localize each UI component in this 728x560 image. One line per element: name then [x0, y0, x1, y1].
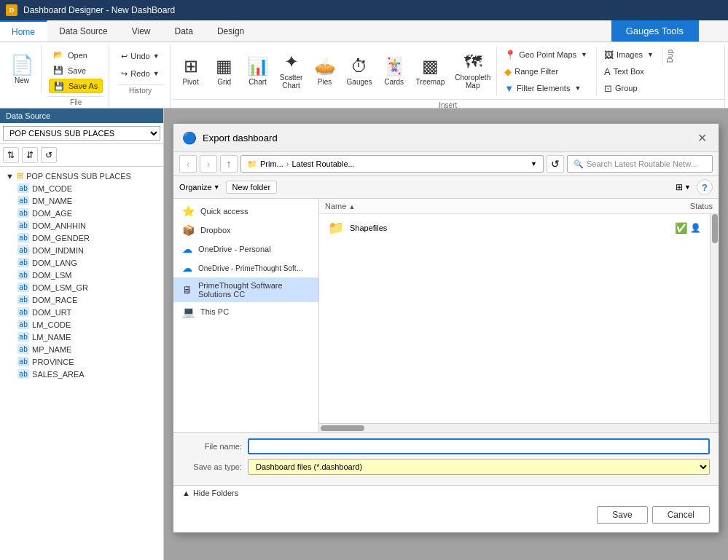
field-lm-name[interactable]: ab LM_NAME — [3, 331, 160, 343]
organize-button[interactable]: Organize ▼ — [179, 183, 220, 192]
tab-data[interactable]: Data — [163, 20, 206, 42]
search-box[interactable]: 🔍 Search Latest Routable Netw... — [567, 155, 713, 173]
sort-az-button[interactable]: ⇅ — [3, 147, 19, 163]
nav-forward-button[interactable]: › — [200, 155, 217, 173]
nav-quick-access[interactable]: ⭐ Quick access — [173, 202, 318, 221]
nav-dropbox[interactable]: 📦 Dropbox — [173, 221, 318, 240]
nav-back-button[interactable]: ‹ — [179, 155, 197, 173]
file-scrollbar-x[interactable] — [319, 423, 719, 432]
col-name-header[interactable]: Name ▲ — [325, 202, 654, 210]
refresh-panel-button[interactable]: ↺ — [41, 147, 57, 163]
field-dom-lsm-gr[interactable]: ab DOM_LSM_GR — [3, 281, 160, 293]
open-button[interactable]: 📂 Open — [49, 48, 103, 62]
field-dom-lang[interactable]: ab DOM_LANG — [3, 256, 160, 269]
field-name: DM_CODE — [32, 184, 72, 193]
path-chevron1: › — [286, 159, 289, 168]
new-folder-button[interactable]: New folder — [226, 181, 278, 194]
dialog-close-button[interactable]: ✕ — [694, 130, 710, 146]
field-dom-urt[interactable]: ab DOM_URT — [3, 306, 160, 318]
tab-view[interactable]: View — [120, 20, 163, 42]
open-icon: 📂 — [53, 50, 63, 60]
field-dom-gender[interactable]: ab DOM_GENDER — [3, 232, 160, 244]
tab-datasource[interactable]: Data Source — [47, 20, 120, 42]
tab-design[interactable]: Design — [206, 20, 257, 42]
field-dm-name[interactable]: ab DM_NAME — [3, 194, 160, 207]
window-title: Dashboard Designer - New DashBoard — [23, 5, 722, 15]
hide-folders-bar[interactable]: ▲ Hide Folders — [173, 485, 719, 500]
field-province[interactable]: ab PROVINCE — [3, 355, 160, 368]
nav-onedrive-prime[interactable]: ☁ OneDrive - PrimeThought Software Solut… — [173, 259, 318, 277]
tree-root-item[interactable]: ▼ ⊞ POP CENSUS SUB PLACES — [3, 170, 160, 182]
path-bar[interactable]: 📁 Prim... › Latest Routable... ▼ — [240, 155, 544, 173]
cancel-dialog-button[interactable]: Cancel — [652, 506, 710, 524]
main-content: Data Source POP CENSUS SUB PLACES ⇅ ⇵ ↺ … — [0, 109, 728, 560]
insert-group: ⊞ Pivot ▦ Grid 📊 Chart ✦ ScatterChart — [172, 45, 725, 108]
field-sales-area[interactable]: ab SALES_AREA — [3, 368, 160, 380]
scatter-icon: ✦ — [284, 52, 299, 72]
scatter-button[interactable]: ✦ ScatterChart — [275, 47, 308, 95]
save-dialog-button[interactable]: Save — [597, 506, 647, 524]
field-dom-anhhin[interactable]: ab DOM_ANHHIN — [3, 219, 160, 232]
gauges-button[interactable]: ⏱ Gauges — [343, 47, 377, 95]
onedrive-prime-icon: ☁ — [182, 262, 192, 274]
cards-button[interactable]: 🃏 Cards — [378, 47, 410, 95]
insert-right-items: 📍 Geo Point Maps ▼ ◆ Range Filter ▼ Filt… — [496, 47, 595, 96]
grid-button[interactable]: ▦ Grid — [208, 47, 240, 95]
dialog-toolbar: ‹ › ↑ 📁 Prim... › Latest Routable... ▼ ↺… — [173, 152, 719, 176]
field-type-icon: ab — [17, 320, 29, 329]
tab-home[interactable]: Home — [0, 20, 47, 42]
dialog-form: File name: Save as type: Dashboard files… — [173, 432, 719, 485]
treemap-button[interactable]: ▩ Treemap — [412, 47, 450, 95]
tree-root-label: POP CENSUS SUB PLACES — [26, 172, 131, 181]
savetype-select[interactable]: Dashboard files (*.dashboard) — [248, 459, 710, 475]
help-button[interactable]: ? — [697, 179, 713, 195]
pivot-button[interactable]: ⊞ Pivot — [175, 47, 207, 95]
images-button[interactable]: 🖼 Images ▼ — [600, 47, 658, 63]
hide-folders-arrow: ▲ — [182, 489, 190, 497]
file-item-shapefiles[interactable]: 📁 Shapefiles ✅ 👤 — [322, 217, 707, 239]
field-lm-code[interactable]: ab LM_CODE — [3, 318, 160, 331]
undo-button[interactable]: ↩ Undo ▼ — [117, 48, 163, 64]
save-button[interactable]: 💾 Save — [49, 63, 103, 77]
group-button[interactable]: ⊡ Group — [600, 80, 658, 96]
textbox-button[interactable]: A Text Box — [600, 63, 658, 79]
sort-za-button[interactable]: ⇵ — [22, 147, 38, 163]
file-scrollbar-y[interactable] — [710, 214, 719, 423]
field-mp-name[interactable]: ab MP_NAME — [3, 343, 160, 355]
redo-icon: ↪ — [121, 69, 128, 79]
nav-primethought[interactable]: 🖥 PrimeThought Software Solutions CC — [173, 277, 318, 302]
rangefilter-button[interactable]: ◆ Range Filter — [500, 63, 592, 79]
new-button[interactable]: 📄 New — [3, 45, 42, 93]
grid-label: Grid — [217, 78, 231, 86]
geopoints-button[interactable]: 📍 Geo Point Maps ▼ — [500, 47, 592, 63]
choropleth-button[interactable]: 🗺 ChoroplethMap — [450, 47, 495, 95]
field-dom-indmin[interactable]: ab DOM_INDMIN — [3, 244, 160, 256]
field-name: LM_NAME — [32, 333, 71, 342]
data-source-panel: Data Source POP CENSUS SUB PLACES ⇅ ⇵ ↺ … — [0, 109, 164, 560]
col-status-header: Status — [654, 202, 713, 210]
chart-icon: 📊 — [247, 56, 269, 76]
datasource-dropdown[interactable]: POP CENSUS SUB PLACES — [3, 126, 160, 141]
filename-row: File name: — [182, 438, 710, 454]
tab-gauges-tools[interactable]: Gauges Tools — [611, 20, 699, 42]
view-toggle[interactable]: ⊞ ▼ — [676, 182, 691, 192]
tree-db-icon: ⊞ — [17, 171, 23, 181]
save-as-button[interactable]: 💾 Save As — [49, 79, 103, 93]
filename-input[interactable] — [248, 438, 710, 454]
field-dom-race[interactable]: ab DOM_RACE — [3, 293, 160, 306]
path-dropdown-arrow[interactable]: ▼ — [531, 160, 537, 167]
nav-onedrive-personal[interactable]: ☁ OneDrive - Personal — [173, 240, 318, 259]
redo-button[interactable]: ↪ Redo ▼ — [117, 66, 163, 82]
chart-button[interactable]: 📊 Chart — [242, 47, 274, 95]
filter-icon: ▼ — [504, 83, 514, 94]
refresh-button[interactable]: ↺ — [547, 155, 564, 173]
filterelements-button[interactable]: ▼ Filter Elements ▼ — [500, 80, 592, 96]
nav-up-button[interactable]: ↑ — [220, 155, 238, 173]
savetype-row: Save as type: Dashboard files (*.dashboa… — [182, 459, 710, 475]
group-label: Group — [615, 84, 638, 92]
pies-button[interactable]: 🥧 Pies — [309, 47, 341, 95]
field-dom-lsm[interactable]: ab DOM_LSM — [3, 269, 160, 281]
field-dom-age[interactable]: ab DOM_AGE — [3, 207, 160, 219]
field-dm-code[interactable]: ab DM_CODE — [3, 182, 160, 194]
nav-this-pc[interactable]: 💻 This PC — [173, 302, 318, 321]
